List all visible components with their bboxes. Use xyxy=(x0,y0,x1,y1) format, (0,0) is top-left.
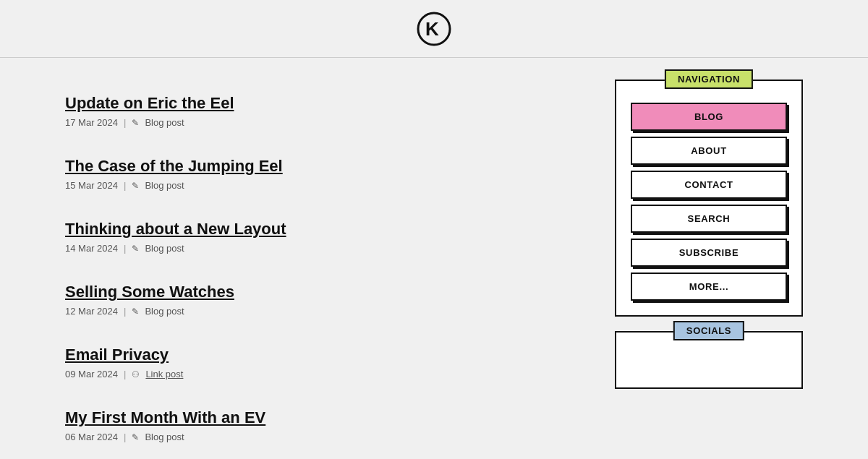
nav-button-moremore[interactable]: MORE... xyxy=(631,273,787,301)
svg-text:K: K xyxy=(425,18,439,40)
list-item: My First Month With an EV06 Mar 2024|✎Bl… xyxy=(65,394,571,457)
post-type-icon: ✎ xyxy=(132,306,139,317)
post-type-label: Blog post xyxy=(145,243,184,254)
main-content: Update on Eric the Eel17 Mar 2024|✎Blog … xyxy=(36,58,832,459)
nav-buttons: BLOGABOUTCONTACTSEARCHSUBSCRIBEMORE... xyxy=(631,103,787,301)
list-item: Thinking about a New Layout14 Mar 2024|✎… xyxy=(65,205,571,268)
nav-button-about[interactable]: ABOUT xyxy=(631,137,787,165)
list-item: Update on Eric the Eel17 Mar 2024|✎Blog … xyxy=(65,80,571,142)
post-meta: 15 Mar 2024|✎Blog post xyxy=(65,180,571,191)
nav-button-blog[interactable]: BLOG xyxy=(631,103,787,131)
post-meta: 17 Mar 2024|✎Blog post xyxy=(65,117,571,128)
nav-widget: NAVIGATION BLOGABOUTCONTACTSEARCHSUBSCRI… xyxy=(615,80,803,317)
post-type-icon: ✎ xyxy=(132,244,139,254)
post-type-label: Blog post xyxy=(145,432,184,442)
socials-widget-header: SOCIALS xyxy=(673,321,744,340)
list-item: Selling Some Watches12 Mar 2024|✎Blog po… xyxy=(65,268,571,331)
post-date: 06 Mar 2024 xyxy=(65,432,118,442)
post-meta-separator: | xyxy=(124,117,126,128)
post-date: 15 Mar 2024 xyxy=(65,180,118,191)
post-meta: 14 Mar 2024|✎Blog post xyxy=(65,243,571,254)
post-type-icon: ✎ xyxy=(132,181,139,191)
post-title[interactable]: Email Privacy xyxy=(65,346,169,364)
post-date: 17 Mar 2024 xyxy=(65,117,118,128)
site-logo-icon[interactable]: K xyxy=(416,11,452,47)
post-type-icon: ⚇ xyxy=(132,369,140,379)
post-title[interactable]: Selling Some Watches xyxy=(65,283,234,301)
nav-button-contact[interactable]: CONTACT xyxy=(631,171,787,199)
post-date: 12 Mar 2024 xyxy=(65,306,118,317)
post-meta-separator: | xyxy=(124,432,126,442)
post-meta: 06 Mar 2024|✎Blog post xyxy=(65,432,571,442)
post-meta: 09 Mar 2024|⚇Link post xyxy=(65,369,571,379)
post-title[interactable]: My First Month With an EV xyxy=(65,408,265,427)
socials-widget: SOCIALS xyxy=(615,331,803,389)
post-meta: 12 Mar 2024|✎Blog post xyxy=(65,306,571,317)
sidebar: NAVIGATION BLOGABOUTCONTACTSEARCHSUBSCRI… xyxy=(615,80,803,457)
site-header: K xyxy=(0,0,868,58)
nav-button-search[interactable]: SEARCH xyxy=(631,205,787,233)
post-meta-separator: | xyxy=(124,180,126,191)
nav-widget-header: NAVIGATION xyxy=(665,69,753,89)
post-type-label: Blog post xyxy=(145,306,184,317)
post-type-label: Blog post xyxy=(145,180,184,191)
list-item: The Case of the Jumping Eel15 Mar 2024|✎… xyxy=(65,142,571,205)
post-type-label: Blog post xyxy=(145,117,184,128)
list-item: Email Privacy09 Mar 2024|⚇Link post xyxy=(65,331,571,394)
post-meta-separator: | xyxy=(124,306,126,317)
post-meta-separator: | xyxy=(124,243,126,254)
nav-button-subscribe[interactable]: SUBSCRIBE xyxy=(631,239,787,267)
post-title[interactable]: The Case of the Jumping Eel xyxy=(65,157,283,176)
post-type-label[interactable]: Link post xyxy=(145,369,183,379)
post-title[interactable]: Update on Eric the Eel xyxy=(65,94,234,113)
post-date: 09 Mar 2024 xyxy=(65,369,118,379)
post-meta-separator: | xyxy=(124,369,126,379)
post-type-icon: ✎ xyxy=(132,118,139,128)
post-title[interactable]: Thinking about a New Layout xyxy=(65,220,286,239)
post-type-icon: ✎ xyxy=(132,432,139,442)
post-date: 14 Mar 2024 xyxy=(65,243,118,254)
posts-list: Update on Eric the Eel17 Mar 2024|✎Blog … xyxy=(65,80,571,457)
